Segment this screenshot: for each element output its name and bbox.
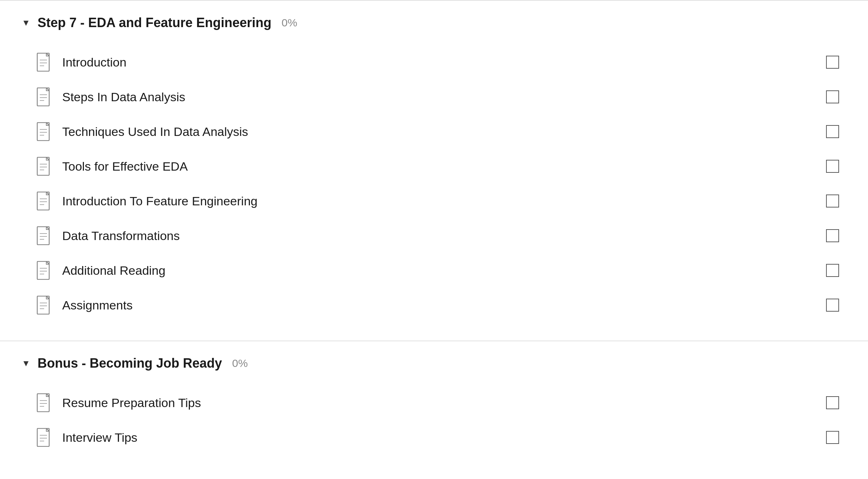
checkbox-techniques[interactable] (826, 125, 839, 138)
checkbox-steps-data[interactable] (826, 90, 839, 103)
list-item[interactable]: Assignments (36, 288, 846, 322)
chevron-icon-bonus[interactable]: ▼ (22, 358, 30, 368)
list-item[interactable]: Steps In Data Analysis (36, 80, 846, 114)
document-icon (36, 192, 52, 210)
lesson-left-interview: Interview Tips (36, 428, 137, 447)
document-icon (36, 87, 52, 106)
document-icon (36, 393, 52, 412)
lesson-left-steps-data: Steps In Data Analysis (36, 87, 185, 106)
section-bonus: ▼Bonus - Becoming Job Ready0%Resume Prep… (0, 341, 868, 473)
lesson-left-data-transform: Data Transformations (36, 226, 180, 245)
chevron-icon-step7[interactable]: ▼ (22, 18, 30, 28)
document-icon (36, 296, 52, 315)
list-item[interactable]: Introduction To Feature Engineering (36, 184, 846, 218)
lesson-title-tools-eda: Tools for Effective EDA (62, 159, 188, 174)
lesson-list-bonus: Resume Preparation TipsInterview Tips (36, 385, 846, 455)
lesson-left-additional: Additional Reading (36, 261, 165, 280)
lesson-left-techniques: Techniques Used In Data Analysis (36, 122, 248, 141)
page-container: ▼Step 7 - EDA and Feature Engineering0%I… (0, 0, 868, 479)
lesson-title-intro-feature: Introduction To Feature Engineering (62, 194, 258, 208)
list-item[interactable]: Techniques Used In Data Analysis (36, 114, 846, 149)
checkbox-resume[interactable] (826, 396, 839, 409)
lesson-list-step7: IntroductionSteps In Data AnalysisTechni… (36, 45, 846, 322)
section-progress-bonus: 0% (232, 357, 248, 369)
section-step7: ▼Step 7 - EDA and Feature Engineering0%I… (0, 1, 868, 341)
section-progress-step7: 0% (282, 17, 297, 29)
checkbox-assignments[interactable] (826, 299, 839, 312)
checkbox-interview[interactable] (826, 431, 839, 444)
checkbox-tools-eda[interactable] (826, 160, 839, 173)
checkbox-additional[interactable] (826, 264, 839, 277)
lesson-title-additional: Additional Reading (62, 264, 165, 278)
lesson-left-intro-feature: Introduction To Feature Engineering (36, 192, 258, 210)
section-title-bonus: Bonus - Becoming Job Ready (38, 356, 222, 371)
checkbox-data-transform[interactable] (826, 229, 839, 242)
document-icon (36, 53, 52, 72)
lesson-title-intro: Introduction (62, 55, 127, 69)
list-item[interactable]: Tools for Effective EDA (36, 149, 846, 184)
list-item[interactable]: Interview Tips (36, 420, 846, 455)
checkbox-intro-feature[interactable] (826, 194, 839, 208)
document-icon (36, 428, 52, 447)
lesson-title-data-transform: Data Transformations (62, 229, 180, 243)
lesson-title-resume: Resume Preparation Tips (62, 396, 201, 410)
section-title-step7: Step 7 - EDA and Feature Engineering (38, 15, 272, 30)
lesson-title-assignments: Assignments (62, 298, 133, 312)
lesson-title-interview: Interview Tips (62, 431, 137, 445)
list-item[interactable]: Data Transformations (36, 218, 846, 253)
lesson-left-assignments: Assignments (36, 296, 133, 315)
list-item[interactable]: Additional Reading (36, 253, 846, 288)
lesson-title-techniques: Techniques Used In Data Analysis (62, 125, 248, 139)
lesson-title-steps-data: Steps In Data Analysis (62, 90, 185, 104)
section-header-step7[interactable]: ▼Step 7 - EDA and Feature Engineering0% (22, 15, 846, 30)
list-item[interactable]: Resume Preparation Tips (36, 385, 846, 420)
document-icon (36, 122, 52, 141)
document-icon (36, 226, 52, 245)
lesson-left-intro: Introduction (36, 53, 127, 72)
checkbox-intro[interactable] (826, 56, 839, 69)
document-icon (36, 157, 52, 176)
document-icon (36, 261, 52, 280)
list-item[interactable]: Introduction (36, 45, 846, 80)
lesson-left-resume: Resume Preparation Tips (36, 393, 201, 412)
section-header-bonus[interactable]: ▼Bonus - Becoming Job Ready0% (22, 356, 846, 371)
lesson-left-tools-eda: Tools for Effective EDA (36, 157, 188, 176)
